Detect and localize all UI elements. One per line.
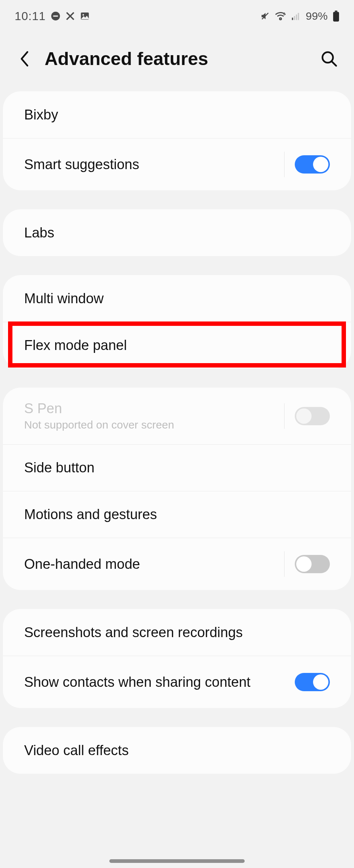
svg-rect-7 xyxy=(294,16,295,20)
settings-group: Video call effects xyxy=(3,727,351,774)
toggle-smart-suggestions[interactable] xyxy=(295,155,330,174)
svg-rect-8 xyxy=(296,15,297,20)
do-not-disturb-icon xyxy=(51,11,60,21)
toggle-wrap xyxy=(284,403,330,429)
toggle-one-handed-mode[interactable] xyxy=(295,555,330,573)
toggle-show-contacts-sharing[interactable] xyxy=(295,673,330,691)
item-title: One-handed mode xyxy=(24,556,284,572)
item-title: Video call effects xyxy=(24,743,330,758)
x-app-icon xyxy=(65,11,75,21)
wifi-icon: 6 xyxy=(275,11,286,21)
settings-item-flex-mode-panel[interactable]: Flex mode panel xyxy=(3,322,351,369)
item-title: Smart suggestions xyxy=(24,157,284,172)
svg-point-3 xyxy=(83,14,84,16)
item-title: S Pen xyxy=(24,401,284,416)
item-title: Flex mode panel xyxy=(24,338,330,353)
status-bar: 10:11 6 99% xyxy=(0,0,354,32)
item-title: Bixby xyxy=(24,107,330,123)
toggle-wrap xyxy=(284,551,330,577)
settings-group: Screenshots and screen recordingsShow co… xyxy=(3,609,351,708)
item-title: Labs xyxy=(24,225,330,241)
settings-item-video-call-effects[interactable]: Video call effects xyxy=(3,727,351,774)
item-subtitle: Not supported on cover screen xyxy=(24,419,284,431)
settings-item-side-button[interactable]: Side button xyxy=(3,444,351,491)
settings-item-labs[interactable]: Labs xyxy=(3,209,351,256)
svg-rect-10 xyxy=(335,11,338,12)
page-title: Advanced features xyxy=(45,48,309,69)
settings-item-show-contacts-sharing[interactable]: Show contacts when sharing content xyxy=(3,656,351,708)
toggle-s-pen xyxy=(295,407,330,425)
toggle-wrap xyxy=(284,152,330,177)
item-title: Screenshots and screen recordings xyxy=(24,625,330,640)
item-title: Multi window xyxy=(24,291,330,307)
item-title: Motions and gestures xyxy=(24,507,330,522)
battery-icon xyxy=(333,11,339,22)
settings-group: Labs xyxy=(3,209,351,256)
toggle-wrap xyxy=(295,669,330,695)
svg-rect-6 xyxy=(292,18,293,20)
status-time: 10:11 xyxy=(15,9,46,23)
mute-icon xyxy=(260,11,270,21)
settings-item-one-handed-mode[interactable]: One-handed mode xyxy=(3,538,351,590)
item-title: Side button xyxy=(24,460,330,476)
settings-group: S PenNot supported on cover screenSide b… xyxy=(3,388,351,590)
settings-item-smart-suggestions[interactable]: Smart suggestions xyxy=(3,138,351,190)
svg-rect-11 xyxy=(333,12,339,22)
svg-line-13 xyxy=(332,62,336,66)
svg-rect-9 xyxy=(298,13,299,20)
settings-list: BixbySmart suggestionsLabsMulti windowFl… xyxy=(0,91,354,774)
settings-group: BixbySmart suggestions xyxy=(3,91,351,190)
gesture-bar xyxy=(109,859,245,863)
back-button[interactable] xyxy=(15,49,34,69)
page-header: Advanced features xyxy=(0,32,354,91)
settings-item-s-pen: S PenNot supported on cover screen xyxy=(3,388,351,444)
item-title: Show contacts when sharing content xyxy=(24,674,295,690)
svg-text:6: 6 xyxy=(283,12,285,16)
settings-group: Multi windowFlex mode panel xyxy=(3,275,351,369)
svg-rect-1 xyxy=(53,15,58,16)
settings-item-multi-window[interactable]: Multi window xyxy=(3,275,351,322)
signal-icon xyxy=(291,11,301,21)
settings-item-bixby[interactable]: Bixby xyxy=(3,91,351,138)
settings-item-screenshots-recordings[interactable]: Screenshots and screen recordings xyxy=(3,609,351,656)
search-button[interactable] xyxy=(319,49,339,69)
battery-percentage: 99% xyxy=(306,10,328,22)
gallery-icon xyxy=(80,11,90,21)
settings-item-motions-gestures[interactable]: Motions and gestures xyxy=(3,491,351,538)
